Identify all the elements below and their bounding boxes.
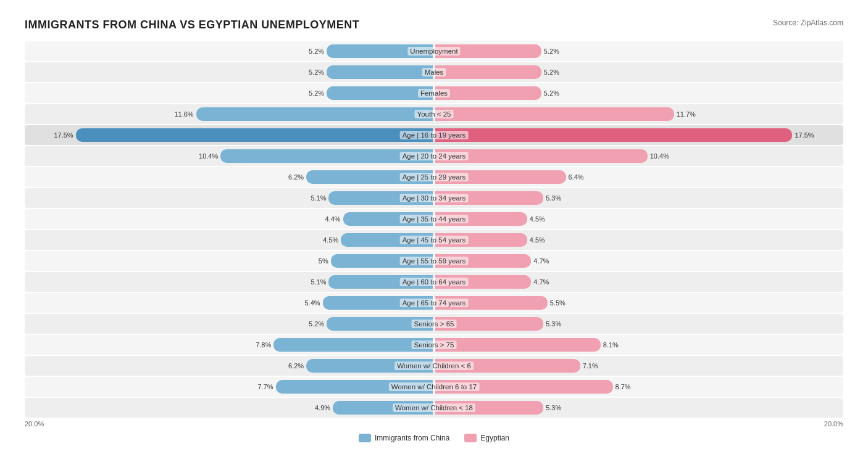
bar-left — [341, 233, 433, 247]
bar-row: 4.9%5.3%Women w/ Children < 18 — [25, 398, 843, 418]
bar-left — [343, 212, 433, 226]
legend-swatch-egypt — [464, 434, 477, 442]
value-left: 5.4% — [299, 299, 320, 307]
value-right: 8.1% — [603, 341, 624, 349]
bar-right — [435, 149, 648, 163]
axis-right: 20.0% — [824, 420, 843, 428]
value-left: 4.9% — [309, 404, 330, 411]
value-right: 5.3% — [546, 194, 567, 202]
value-left: 6.2% — [283, 362, 304, 370]
bar-right — [435, 338, 601, 352]
chart-legend: Immigrants from China Egyptian — [25, 434, 843, 442]
value-left: 5.1% — [305, 194, 326, 202]
value-left: 6.2% — [283, 173, 304, 181]
bar-right — [435, 275, 531, 289]
bar-right — [435, 212, 527, 226]
value-left: 5.2% — [303, 68, 324, 76]
bar-left — [327, 65, 433, 79]
bar-right — [435, 191, 543, 205]
bar-right — [435, 359, 580, 373]
bar-right — [435, 107, 674, 121]
value-right: 7.1% — [583, 362, 604, 370]
axis-row: 20.0% 20.0% — [25, 420, 843, 428]
value-right: 8.7% — [616, 383, 636, 391]
bar-right — [435, 65, 541, 79]
value-left: 4.5% — [317, 236, 338, 244]
value-right: 6.4% — [569, 173, 590, 181]
bar-right — [435, 128, 792, 142]
bar-row: 5%4.7%Age | 55 to 59 years — [25, 251, 843, 271]
bar-right — [435, 296, 548, 310]
value-left: 5% — [307, 257, 328, 265]
legend-label-egypt: Egyptian — [480, 434, 509, 442]
value-right: 5.5% — [550, 299, 571, 307]
value-right: 11.7% — [677, 110, 698, 118]
bar-row: 7.7%8.7%Women w/ Children 6 to 17 — [25, 377, 843, 397]
chart-header: IMMIGRANTS FROM CHINA VS EGYPTIAN UNEMPL… — [25, 19, 843, 31]
bar-row: 5.1%4.7%Age | 60 to 64 years — [25, 272, 843, 292]
value-right: 5.2% — [544, 48, 565, 55]
bar-left — [220, 149, 433, 163]
bar-right — [435, 170, 566, 184]
value-right: 5.3% — [546, 320, 567, 328]
bar-left — [328, 275, 433, 289]
value-left: 7.8% — [250, 341, 271, 349]
bar-left — [327, 86, 433, 100]
bar-left — [328, 191, 433, 205]
value-right: 5.2% — [544, 68, 565, 76]
bar-row: 5.2%5.2%Females — [25, 83, 843, 103]
value-right: 5.3% — [546, 404, 567, 411]
bar-left — [196, 107, 433, 121]
value-left: 11.6% — [173, 110, 194, 118]
bar-row: 17.5%17.5%Age | 16 to 19 years — [25, 125, 843, 145]
bar-row: 10.4%10.4%Age | 20 to 24 years — [25, 146, 843, 166]
bar-row: 11.6%11.7%Youth < 25 — [25, 104, 843, 124]
value-right: 4.7% — [533, 278, 554, 286]
value-right: 10.4% — [650, 152, 671, 160]
value-left: 10.4% — [197, 152, 218, 160]
value-right: 4.7% — [533, 257, 554, 265]
legend-swatch-china — [359, 434, 371, 442]
value-right: 4.5% — [530, 215, 551, 223]
value-left: 5.2% — [303, 48, 324, 55]
bar-row: 5.4%5.5%Age | 65 to 74 years — [25, 293, 843, 313]
chart-container: IMMIGRANTS FROM CHINA VS EGYPTIAN UNEMPL… — [12, 12, 856, 455]
chart-title: IMMIGRANTS FROM CHINA VS EGYPTIAN UNEMPL… — [25, 19, 359, 31]
value-left: 5.2% — [303, 89, 324, 97]
bar-left — [327, 317, 433, 331]
bar-row: 5.2%5.3%Seniors > 65 — [25, 314, 843, 334]
bar-left — [333, 401, 433, 415]
bar-left — [273, 338, 433, 352]
bar-left — [76, 128, 433, 142]
bar-left — [327, 44, 433, 58]
value-right: 17.5% — [795, 131, 816, 139]
value-left: 4.4% — [320, 215, 341, 223]
value-right: 5.2% — [544, 89, 565, 97]
value-left: 5.1% — [305, 278, 326, 286]
bar-left — [306, 359, 433, 373]
bar-row: 5.1%5.3%Age | 30 to 34 years — [25, 188, 843, 208]
bar-right — [435, 254, 531, 268]
bar-right — [435, 233, 527, 247]
bar-row: 5.2%5.2%Unemployment — [25, 41, 843, 61]
value-right: 4.5% — [530, 236, 551, 244]
value-left: 5.2% — [303, 320, 324, 328]
bar-right — [435, 401, 543, 415]
axis-left: 20.0% — [25, 420, 44, 428]
value-left: 17.5% — [52, 131, 73, 139]
bar-left — [276, 380, 433, 394]
bar-right — [435, 380, 613, 394]
bar-row: 4.4%4.5%Age | 35 to 44 years — [25, 209, 843, 229]
bar-right — [435, 317, 543, 331]
bar-row: 6.2%6.4%Age | 25 to 29 years — [25, 167, 843, 187]
bar-row: 6.2%7.1%Women w/ Children < 6 — [25, 356, 843, 376]
bar-right — [435, 86, 541, 100]
bar-left — [331, 254, 433, 268]
bar-row: 5.2%5.2%Males — [25, 62, 843, 82]
bar-row: 4.5%4.5%Age | 45 to 54 years — [25, 230, 843, 250]
chart-area: 5.2%5.2%Unemployment5.2%5.2%Males5.2%5.2… — [25, 41, 843, 418]
bar-left — [306, 170, 433, 184]
bar-left — [323, 296, 433, 310]
legend-label-china: Immigrants from China — [375, 434, 449, 442]
bar-row: 7.8%8.1%Seniors > 75 — [25, 335, 843, 355]
